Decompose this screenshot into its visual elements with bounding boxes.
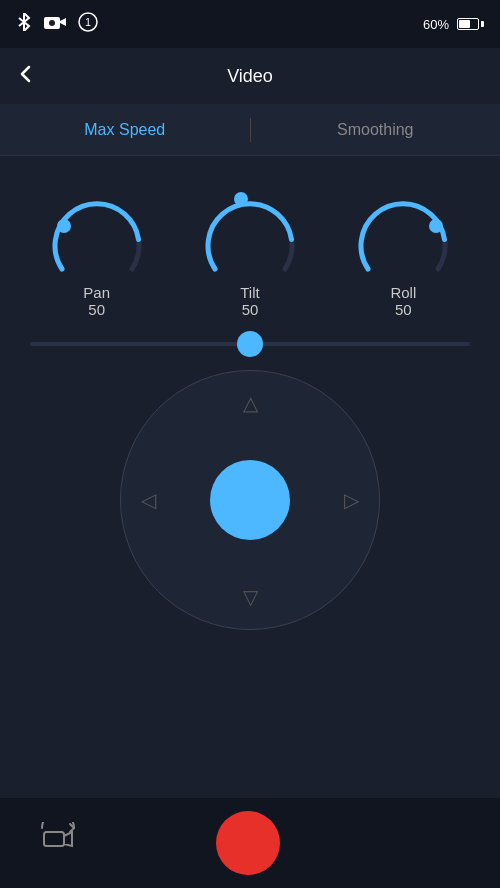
svg-marker-9 (64, 832, 72, 846)
svg-point-6 (234, 192, 248, 206)
rotate-camera-icon[interactable] (40, 822, 76, 865)
slider-container[interactable] (20, 342, 480, 346)
pan-value: 50 (88, 301, 105, 318)
tabs-bar: Max Speed Smoothing (0, 104, 500, 156)
status-right: 60% (423, 17, 484, 32)
roll-knob[interactable]: Roll 50 (348, 184, 458, 318)
arrow-left-icon: ◁ (141, 488, 156, 512)
arrow-down-icon: ▽ (243, 585, 258, 609)
svg-point-5 (57, 219, 71, 233)
svg-point-7 (429, 219, 443, 233)
arrow-right-icon: ▷ (344, 488, 359, 512)
battery-icon (457, 18, 484, 30)
svg-point-2 (49, 20, 55, 26)
header: Video (0, 48, 500, 104)
circle-one-icon: 1 (78, 12, 98, 36)
svg-rect-8 (44, 832, 64, 846)
battery-percent: 60% (423, 17, 449, 32)
roll-value: 50 (395, 301, 412, 318)
joystick-center[interactable] (210, 460, 290, 540)
pan-knob[interactable]: Pan 50 (42, 184, 152, 318)
tilt-knob-dial[interactable] (195, 184, 305, 294)
status-bar: 1 60% (0, 0, 500, 48)
record-button[interactable] (216, 811, 280, 875)
slider-thumb[interactable] (237, 331, 263, 357)
camera-icon (44, 13, 66, 35)
slider-track[interactable] (30, 342, 470, 346)
tilt-knob[interactable]: Tilt 50 (195, 184, 305, 318)
status-left: 1 (16, 12, 98, 36)
svg-text:1: 1 (85, 16, 91, 28)
arrow-up-icon: △ (243, 391, 258, 415)
slider-fill (30, 342, 250, 346)
knobs-row: Pan 50 Tilt 50 (20, 184, 480, 318)
tab-max-speed[interactable]: Max Speed (0, 104, 250, 155)
main-content: Pan 50 Tilt 50 (0, 156, 500, 630)
page-title: Video (227, 66, 273, 87)
bottom-bar (0, 798, 500, 888)
svg-marker-1 (60, 18, 66, 26)
joystick-ring[interactable]: △ ▽ ◁ ▷ (120, 370, 380, 630)
tilt-value: 50 (242, 301, 259, 318)
tab-smoothing[interactable]: Smoothing (251, 104, 501, 155)
pan-knob-dial[interactable] (42, 184, 152, 294)
joystick-area[interactable]: △ ▽ ◁ ▷ (20, 370, 480, 630)
back-button[interactable] (16, 64, 36, 89)
roll-knob-dial[interactable] (348, 184, 458, 294)
bluetooth-icon (16, 13, 32, 35)
